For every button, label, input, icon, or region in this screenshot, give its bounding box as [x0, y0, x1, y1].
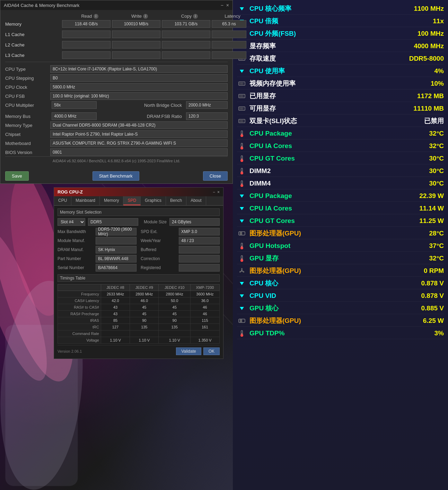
ok-button[interactable]: OK [203, 347, 220, 355]
hw-label-19: GPU Hotspot [249, 242, 429, 250]
aida-close-btn[interactable]: × [226, 2, 229, 8]
module-manuf-row: Module Manuf. [58, 237, 137, 244]
timing-cell-0-3: 2800 MHz [159, 291, 190, 298]
hw-row-9: 双显卡(SLI)状态已禁用 [237, 115, 444, 127]
hw-value-18: 28°C [429, 230, 444, 237]
hw-icon-12-temp [237, 155, 247, 162]
hw-value-22: 0.878 V [421, 280, 444, 287]
timing-cell-3-4: 46 [190, 311, 219, 317]
hw-label-20: GPU 显存 [249, 254, 429, 263]
hw-value-20: 32°C [429, 255, 444, 262]
memory-bus-value: 4000.0 MHz [52, 112, 97, 120]
hw-value-26: 3% [434, 329, 444, 337]
hw-icon-23-arrow [237, 292, 247, 299]
hw-value-9: 已禁用 [424, 117, 444, 126]
timing-cell-6-4 [190, 330, 219, 337]
nb-clock-value: 2000.0 MHz [186, 101, 228, 109]
tab-mainboard[interactable]: Mainboard [71, 196, 100, 205]
tab-memory[interactable]: Memory [100, 196, 123, 205]
week-year-row: Week/Year 48 / 23 [141, 237, 220, 244]
dram-fsb-label: DRAM:FSB Ratio [98, 114, 185, 119]
svg-rect-29 [241, 108, 242, 110]
svg-rect-69 [240, 320, 242, 322]
timings-section-title: Timings Table [58, 274, 220, 282]
svg-rect-43 [241, 158, 242, 161]
hw-label-17: CPU GT Cores [249, 217, 419, 225]
hw-row-11: CPU IA Cores32°C [237, 140, 444, 152]
validate-button[interactable]: Validate [176, 347, 201, 355]
timing-row-5: tRC127135135161 [58, 324, 220, 330]
svg-rect-24 [240, 95, 240, 97]
timing-cell-4-3: 90 [159, 317, 190, 324]
hw-row-10: CPU Package32°C [237, 128, 444, 139]
motherboard-row: Motherboard ASUSTeK COMPUTER INC. ROG ST… [5, 139, 228, 147]
hw-label-13: DIMM2 [249, 167, 429, 175]
hw-icon-6-mem [237, 80, 247, 87]
bench-row-0: Memory 118.48 GB/s 100010 MB/s 103.71 GB… [5, 20, 228, 28]
part-number-label: Part Number [58, 256, 96, 261]
svg-rect-37 [241, 134, 242, 136]
hw-icon-24-arrow [237, 305, 247, 312]
hw-value-6: 10% [431, 80, 444, 87]
svg-marker-52 [240, 220, 244, 223]
spd-ext-row: SPD Ext. XMP 3.0 [141, 228, 220, 235]
hw-icon-21-fan [237, 267, 247, 274]
tab-graphics[interactable]: Graphics [141, 196, 166, 205]
write-info-icon[interactable]: i [143, 14, 148, 19]
hw-value-13: 30°C [429, 167, 444, 175]
buffered-row: Buffered [141, 246, 220, 253]
cpuz-minimize-btn[interactable]: − [213, 190, 215, 195]
timing-cell-7-1: 1.10 V [101, 337, 130, 344]
hw-label-2: CPU 外频(FSB) [249, 29, 418, 38]
tab-spd[interactable]: SPD [123, 196, 141, 205]
read-info-icon[interactable]: i [94, 14, 98, 19]
tab-about[interactable]: About [186, 196, 206, 205]
hw-row-12: CPU GT Cores30°C [237, 153, 444, 164]
svg-rect-60 [241, 258, 242, 260]
hw-label-21: 图形处理器(GPU) [249, 266, 424, 275]
cpuz-bottom-btns: Validate OK [176, 347, 220, 355]
cpuz-close-btn[interactable]: × [217, 190, 220, 195]
timing-cell-5-2: 135 [130, 324, 159, 330]
timing-cell-1-2: 46.0 [130, 298, 159, 304]
chipset-value: Intel Raptor Point-S Z790, Intel Raptor … [50, 130, 228, 138]
tab-bench[interactable]: Bench [166, 196, 186, 205]
chipset-label: Chipset [5, 132, 50, 137]
timing-cell-2-2: 45 [130, 304, 159, 311]
aida-minimize-btn[interactable]: − [221, 2, 223, 8]
bench-label-0: Memory [5, 22, 61, 27]
timing-row-4: tRAS859090115 [58, 317, 220, 324]
hw-value-15: 22.39 W [419, 192, 444, 200]
memory-bus-label: Memory Bus [5, 114, 50, 119]
start-benchmark-button[interactable]: Start Benchmark [93, 171, 139, 181]
copy-info-icon[interactable]: i [193, 14, 198, 19]
info-grid: CPU Type 8C+12c Intel Core i7-14700K (Ra… [5, 65, 228, 156]
timing-cell-5-3: 135 [159, 324, 190, 330]
hw-label-1: CPU 倍频 [249, 17, 433, 26]
hw-label-9: 双显卡(SLI)状态 [249, 117, 424, 126]
bench-row-3: L3 Cache [5, 51, 228, 59]
week-year-value: 48 / 23 [179, 237, 220, 244]
bench-latency-0: 65.3 ns [212, 20, 246, 28]
week-year-label: Week/Year [141, 238, 179, 243]
hw-label-5: CPU 使用率 [249, 67, 434, 76]
hw-label-4: 存取速度 [249, 54, 409, 63]
hw-label-25: 图形处理器(GPU) [249, 316, 423, 325]
close-button[interactable]: Close [203, 171, 228, 181]
bench-read-empty-2 [62, 41, 111, 49]
hw-row-21: 图形处理器(GPU)0 RPM [237, 265, 444, 277]
bench-copy-empty-3 [162, 51, 210, 59]
save-button[interactable]: Save [5, 171, 29, 181]
aida-content: Read i Write i Copy i Latency Memory 118… [0, 10, 232, 169]
max-bw-label: Max Bandwidth [58, 229, 96, 234]
hw-icon-15-arrow [237, 192, 247, 199]
tab-cpu[interactable]: CPU [54, 196, 71, 205]
timing-col-3: JEDEC #10 [159, 284, 190, 291]
slot-select[interactable]: Slot #4 [58, 218, 85, 226]
svg-rect-25 [241, 95, 242, 97]
module-manuf-label: Module Manuf. [58, 238, 96, 243]
timing-cell-4-1: 85 [101, 317, 130, 324]
cpuz-window: ROG CPU-Z − × CPU Mainboard Memory SPD G… [54, 187, 223, 359]
spd-ext-value: XMP 3.0 [179, 228, 220, 235]
timing-cell-3-3: 45 [159, 311, 190, 317]
